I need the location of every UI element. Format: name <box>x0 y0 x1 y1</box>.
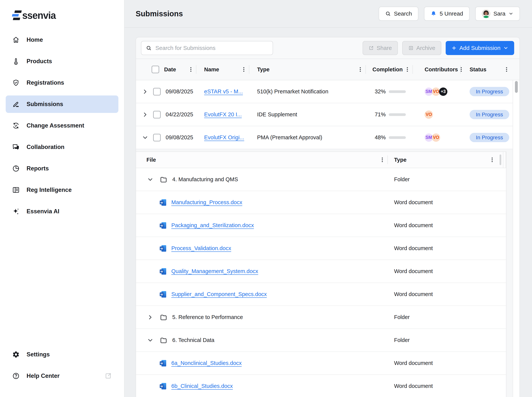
progress-bar <box>389 136 406 139</box>
sidebar-item-registrations[interactable]: Registrations <box>6 74 118 92</box>
submission-name-link[interactable]: EvolutFX Origi... <box>204 134 244 141</box>
folder-name: 4. Manufacturing and QMS <box>172 176 238 183</box>
progress-bar <box>389 113 406 116</box>
file-cell: WProcess_Validation.docx <box>136 237 388 260</box>
sidebar-item-collaboration[interactable]: Collaboration <box>6 138 118 156</box>
file-row: WManufacturing_Process.docxWord document <box>136 191 506 214</box>
sidebar-item-home[interactable]: Home <box>6 31 118 49</box>
collapse-folder-icon[interactable] <box>147 176 155 183</box>
sidebar-item-submissions[interactable]: Submissions <box>6 95 118 113</box>
external-link-icon <box>104 372 112 380</box>
column-menu-icon[interactable] <box>503 66 510 73</box>
select-all-checkbox[interactable] <box>152 66 159 73</box>
submissions-card: Share Archive Add Submission <box>136 37 520 397</box>
row-checkbox[interactable] <box>153 88 161 95</box>
sidebar-item-reg-intelligence[interactable]: Reg Intelligence <box>6 181 118 199</box>
file-type-cell: Word document <box>388 268 506 274</box>
sidebar-item-reports[interactable]: Reports <box>6 160 118 177</box>
toolbar-buttons: Share Archive Add Submission <box>363 41 514 55</box>
progress-bar <box>389 90 406 93</box>
sidebar-item-label: Home <box>27 37 43 43</box>
sidebar-footer: SettingsHelp Center <box>6 346 118 389</box>
chevron-down-icon <box>503 45 508 51</box>
sidebar-item-essenvia-ai[interactable]: Essenvia AI <box>6 203 118 220</box>
word-document-icon: W <box>159 382 167 390</box>
expanded-files-zone: File Type 4. Manufacturing <box>136 149 513 397</box>
row-checkbox[interactable] <box>153 111 161 118</box>
main-area: Submissions Search 5 Unread <box>124 0 532 397</box>
file-name-link[interactable]: Quality_Management_System.docx <box>171 268 258 274</box>
type-cell: IDE Supplement <box>249 103 366 126</box>
sidebar-item-products[interactable]: Products <box>6 53 118 70</box>
column-menu-icon[interactable] <box>357 66 364 73</box>
sidebar-item-label: Reg Intelligence <box>27 186 72 193</box>
file-type: Word document <box>394 383 433 389</box>
sidebar-item-label: Help Center <box>27 372 60 379</box>
file-cell: W6a_Nonclinical_Studies.docx <box>136 352 388 374</box>
file-name-link[interactable]: Supplier_and_Component_Specs.docx <box>171 291 267 297</box>
archive-button[interactable]: Archive <box>402 41 441 55</box>
contributors-cell: VO <box>413 103 461 126</box>
submissions-search-input[interactable] <box>155 45 268 51</box>
table-row: 04/22/2025EvolutFX 20 I...IDE Supplement… <box>136 103 520 126</box>
table-scrollbar-thumb[interactable] <box>515 81 518 93</box>
sidebar-item-change-assessment[interactable]: Change Assessment <box>6 117 118 134</box>
expand-row-icon[interactable] <box>142 88 150 95</box>
file-cell: WPackaging_and_Sterilization.docx <box>136 214 388 237</box>
submission-date: 09/08/2025 <box>166 134 193 141</box>
chevron-down-icon <box>508 11 513 16</box>
files-scrollbar-thumb[interactable] <box>500 155 501 165</box>
book-icon <box>12 186 20 194</box>
completion-percent: 32% <box>375 88 386 95</box>
svg-text:W: W <box>160 385 163 388</box>
file-type: Folder <box>394 314 410 320</box>
avatar <box>482 9 490 18</box>
expand-folder-icon[interactable] <box>147 314 155 321</box>
word-document-icon: W <box>159 267 167 275</box>
column-menu-icon[interactable] <box>241 66 247 73</box>
essenvia-logo: ssenvia <box>12 9 112 21</box>
file-name-link[interactable]: 6a_Nonclinical_Studies.docx <box>171 360 242 366</box>
chat-icon <box>12 143 20 151</box>
submission-name-link[interactable]: EvolutFX 20 I... <box>204 112 242 118</box>
completion-cell: 32% <box>366 80 413 103</box>
column-menu-icon[interactable] <box>404 66 411 73</box>
row-checkbox[interactable] <box>153 134 161 141</box>
sidebar-item-label: Change Assessment <box>27 122 84 129</box>
essenvia-logo-icon <box>11 10 22 21</box>
folder-row: 5. Reference to PerformanceFolder <box>136 306 506 329</box>
notifications-button[interactable]: 5 Unread <box>424 7 469 21</box>
file-type: Folder <box>394 337 410 343</box>
file-name-link[interactable]: Manufacturing_Process.docx <box>171 199 242 205</box>
svg-text:W: W <box>160 201 163 204</box>
expand-row-icon[interactable] <box>142 111 150 118</box>
sidebar-nav: HomeProductsRegistrationsSubmissionsChan… <box>6 31 118 224</box>
contributor-avatar: +3 <box>439 87 447 96</box>
sidebar-item-settings[interactable]: Settings <box>6 346 118 363</box>
submission-type: IDE Supplement <box>257 112 297 118</box>
column-header-file: File <box>136 152 388 168</box>
file-name-link[interactable]: 6b_Clinical_Studies.docx <box>171 383 233 389</box>
file-row: W6b_Clinical_Studies.docxWord document <box>136 375 506 397</box>
column-menu-icon[interactable] <box>188 66 194 73</box>
file-name-link[interactable]: Process_Validation.docx <box>171 245 231 251</box>
sidebar-item-help-center[interactable]: Help Center <box>6 367 118 385</box>
word-document-icon: W <box>159 222 167 229</box>
file-name-link[interactable]: Packaging_and_Sterilization.docx <box>171 222 254 229</box>
file-type: Folder <box>394 176 410 182</box>
user-menu-button[interactable]: Sara <box>475 7 520 21</box>
sidebar: ssenvia HomeProductsRegistrationsSubmiss… <box>0 0 124 397</box>
share-button[interactable]: Share <box>363 41 398 55</box>
file-cell: WManufacturing_Process.docx <box>136 191 388 214</box>
global-search-button[interactable]: Search <box>379 7 418 21</box>
column-menu-icon[interactable] <box>379 156 385 163</box>
column-header-date: Date <box>136 59 196 80</box>
collapse-row-icon[interactable] <box>142 134 150 141</box>
file-cell: 6. Technical Data <box>136 329 388 351</box>
collapse-folder-icon[interactable] <box>147 337 155 344</box>
file-type: Word document <box>394 245 433 251</box>
add-submission-button[interactable]: Add Submission <box>446 41 514 55</box>
column-menu-icon[interactable] <box>489 156 495 163</box>
submission-name-link[interactable]: eSTAR v5 - M... <box>204 88 243 95</box>
content-area: Share Archive Add Submission <box>124 28 532 397</box>
